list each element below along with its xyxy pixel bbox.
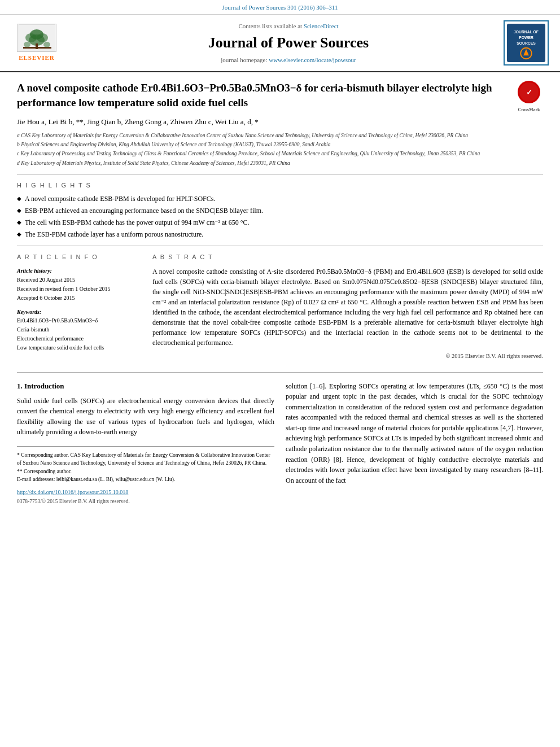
left-column: A R T I C L E I N F O Article history: R… — [17, 253, 141, 360]
homepage-url[interactable]: www.elsevier.com/locate/jpowsour — [269, 56, 356, 63]
article-info-abstract: A R T I C L E I N F O Article history: R… — [17, 253, 543, 360]
doi-link[interactable]: http://dx.doi.org/10.1016/j.jpowsour.201… — [17, 488, 274, 496]
divider-1 — [17, 174, 543, 174]
body-right-col: solution [1–6]. Exploring SOFCs operatin… — [286, 381, 543, 506]
journal-ref-text: Journal of Power Sources 301 (2016) 306–… — [222, 4, 338, 11]
affiliation-a: a CAS Key Laboratory of Materials for En… — [17, 132, 543, 139]
footnote-area: * Corresponding author. CAS Key Laborato… — [17, 446, 274, 505]
keywords-title: Keywords: — [17, 308, 141, 316]
svg-text:SOURCES: SOURCES — [517, 41, 536, 45]
article-history-block: Article history: Received 20 August 2015… — [17, 267, 141, 303]
authors-line: Jie Hou a, Lei Bi b, **, Jing Qian b, Zh… — [17, 117, 543, 127]
email-addresses: leibi@kaust.edu.sa (L. Bi), wliu@ustc.ed… — [56, 477, 176, 482]
highlights-section: H I G H L I G H T S ◆ A novel composite … — [17, 181, 543, 239]
intro-number: 1. — [17, 382, 23, 390]
elsevier-brand-text: ELSEVIER — [19, 54, 55, 62]
affiliation-d: d Key Laboratory of Materials Physics, I… — [17, 159, 543, 167]
keywords-block: Keywords: Er0.4Bi1.6O3−Pr0.5Ba0.5MnO3−δ … — [17, 308, 141, 352]
abstract-text: A novel composite cathode consisting of … — [152, 267, 543, 348]
bullet-1: ◆ — [17, 195, 21, 203]
revised-date: Received in revised form 1 October 2015 — [17, 285, 141, 294]
journal-title: Journal of Power Sources — [73, 33, 504, 53]
highlight-text-4: The ESB-PBM cathode layer has a uniform … — [25, 230, 203, 239]
abstract-header: A B S T R A C T — [152, 253, 543, 261]
intro-text-left: Solid oxide fuel cells (SOFCs) are elect… — [17, 396, 274, 438]
highlight-text-1: A novel composite cathode ESB-PBM is dev… — [25, 194, 215, 204]
elsevier-tree-image — [17, 24, 56, 52]
accepted-date: Accepted 6 October 2015 — [17, 294, 141, 303]
journal-reference: Journal of Power Sources 301 (2016) 306–… — [0, 0, 560, 15]
copyright-line: © 2015 Elsevier B.V. All rights reserved… — [152, 352, 543, 361]
contents-text: Contents lists available at — [238, 23, 302, 29]
footnote-double-star: ** Corresponding author. — [17, 468, 274, 475]
intro-heading: 1. Introduction — [17, 381, 274, 391]
history-title: Article history: — [17, 267, 141, 276]
highlight-text-3: The cell with ESB-PBM cathode has the po… — [25, 218, 249, 228]
svg-text:POWER: POWER — [519, 36, 533, 40]
keyword-2: Ceria-bismuth — [17, 325, 141, 334]
highlight-item-2: ◆ ESB-PBM achieved an encouraging perfor… — [17, 206, 543, 216]
footnote-star: * Corresponding author. CAS Key Laborato… — [17, 451, 274, 468]
svg-point-7 — [24, 42, 30, 47]
crossmark-label: CrossMark — [515, 107, 543, 113]
svg-text:JOURNAL OF: JOURNAL OF — [514, 30, 539, 34]
divider-2 — [17, 246, 543, 246]
highlight-item-1: ◆ A novel composite cathode ESB-PBM is d… — [17, 194, 543, 204]
highlight-item-4: ◆ The ESB-PBM cathode layer has a unifor… — [17, 230, 543, 239]
svg-text:✓: ✓ — [526, 88, 532, 97]
journal-logo-right: JOURNAL OF POWER SOURCES — [504, 20, 549, 65]
right-column: A B S T R A C T A novel composite cathod… — [152, 253, 543, 360]
affiliation-b: b Physical Sciences and Engineering Divi… — [17, 141, 543, 148]
journal-header: ELSEVIER Contents lists available at Sci… — [0, 15, 560, 72]
svg-point-4 — [30, 29, 43, 40]
science-direct-link[interactable]: ScienceDirect — [304, 23, 339, 29]
keyword-3: Electrochemical performance — [17, 334, 141, 343]
svg-point-8 — [43, 42, 50, 47]
homepage-line: journal homepage: www.elsevier.com/locat… — [73, 56, 504, 64]
issn-line: 0378-7753/© 2015 Elsevier B.V. All right… — [17, 497, 274, 505]
email-label: E-mail addresses: — [17, 477, 55, 482]
affiliations-block: a CAS Key Laboratory of Materials for En… — [17, 132, 543, 167]
footnote-emails: E-mail addresses: leibi@kaust.edu.sa (L.… — [17, 475, 274, 483]
keyword-4: Low temperature solid oxide fuel cells — [17, 343, 141, 352]
intro-title: Introduction — [24, 382, 64, 390]
highlight-text-2: ESB-PBM achieved an encouraging performa… — [25, 206, 263, 216]
crossmark-area: ✓ CrossMark — [515, 81, 543, 113]
article-title-text: A novel composite cathode Er0.4Bi1.6O3−P… — [17, 82, 492, 108]
bullet-2: ◆ — [17, 207, 21, 215]
keyword-1: Er0.4Bi1.6O3−Pr0.5Ba0.5MnO3−δ — [17, 316, 141, 325]
homepage-label: journal homepage: — [221, 56, 267, 63]
main-content-area: A novel composite cathode Er0.4Bi1.6O3−P… — [0, 72, 560, 514]
crossmark-icon: ✓ — [518, 81, 540, 103]
bullet-4: ◆ — [17, 230, 21, 238]
bullet-3: ◆ — [17, 219, 21, 226]
elsevier-logo-area: ELSEVIER — [11, 24, 62, 62]
body-left-col: 1. Introduction Solid oxide fuel cells (… — [17, 381, 274, 506]
highlights-header: H I G H L I G H T S — [17, 181, 543, 190]
highlight-item-3: ◆ The cell with ESB-PBM cathode has the … — [17, 218, 543, 228]
contents-available-line: Contents lists available at ScienceDirec… — [73, 22, 504, 30]
received-date: Received 20 August 2015 — [17, 276, 141, 285]
body-section: 1. Introduction Solid oxide fuel cells (… — [17, 372, 543, 506]
intro-text-right: solution [1–6]. Exploring SOFCs operatin… — [286, 381, 543, 486]
affiliation-c: c Key Laboratory of Processing and Testi… — [17, 150, 543, 158]
journal-header-center: Contents lists available at ScienceDirec… — [73, 22, 504, 64]
article-title-block: A novel composite cathode Er0.4Bi1.6O3−P… — [17, 81, 543, 110]
article-info-header: A R T I C L E I N F O — [17, 253, 141, 261]
